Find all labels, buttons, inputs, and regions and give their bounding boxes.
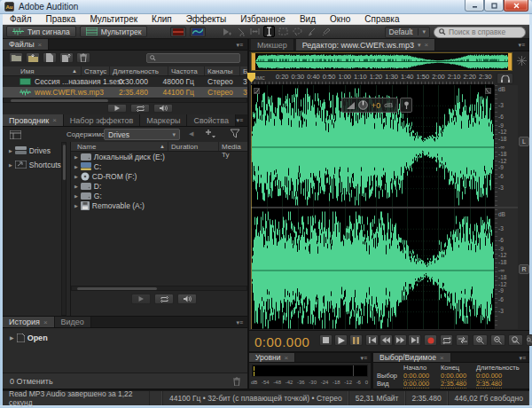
help-search-box[interactable] (434, 27, 526, 38)
panel-menu-icon[interactable]: ▾≡ (236, 117, 243, 124)
back-icon[interactable]: ◀ (189, 130, 193, 137)
tab-mixer[interactable]: Микшер (251, 39, 294, 51)
spot-healing-brush-tool[interactable] (320, 26, 332, 37)
multitrack-view-button[interactable]: Мультитрек (80, 26, 148, 37)
time-display[interactable]: 0:00.000 (254, 334, 309, 349)
column-status[interactable]: Статус (84, 67, 106, 75)
menu-item-0[interactable]: Файл (3, 14, 39, 25)
lasso-selection-tool[interactable] (292, 26, 303, 37)
zoom-selection-button[interactable] (508, 334, 523, 346)
tab-editor[interactable]: Редактор: www.CWER.ws.mp3 ▾ × (296, 39, 435, 51)
close-icon[interactable]: × (440, 354, 444, 362)
panel-menu-icon[interactable]: ▾≡ (518, 42, 525, 49)
rewind-button[interactable] (379, 334, 393, 346)
tab-selection-view[interactable]: Выбор/Видимое× (373, 353, 451, 362)
play-button[interactable] (334, 334, 348, 346)
channel-divider[interactable] (251, 207, 518, 208)
preview-play-button[interactable] (107, 104, 127, 113)
tree-vscrollbar[interactable] (61, 142, 66, 316)
tab-video[interactable]: Видео (55, 317, 91, 327)
panel-menu-icon[interactable]: ▾≡ (360, 355, 367, 362)
delete-file-button[interactable] (76, 52, 90, 63)
view-duration-value[interactable]: 2:35.480 (476, 380, 502, 388)
loop-preview-button[interactable] (130, 104, 150, 113)
disclosure-icon[interactable]: ▶ (74, 174, 78, 179)
history-entry[interactable]: ▶ Open (10, 333, 48, 342)
menu-item-6[interactable]: Вид (293, 14, 323, 25)
skip-to-end-button[interactable] (408, 334, 421, 346)
drive-row[interactable]: ▶Removable (A:) (74, 200, 145, 210)
zoom-out-button[interactable] (490, 334, 505, 346)
browser-hscrollbar[interactable] (71, 286, 247, 291)
time-selection-tool[interactable] (263, 26, 275, 37)
tab-files[interactable]: Файлы× (3, 39, 49, 50)
view-mode-icon[interactable] (10, 130, 21, 139)
tab-properties[interactable]: Свойства (187, 114, 236, 126)
file-row[interactable]: Сессия ...названия 1.sesx 0:30.000 48000… (3, 76, 247, 87)
skip-selection-button[interactable] (456, 334, 469, 346)
browser-play-button[interactable] (131, 294, 151, 304)
waveform-color-swatch[interactable] (170, 27, 186, 37)
close-icon[interactable]: × (43, 318, 48, 326)
pin-icon[interactable] (403, 101, 410, 109)
menu-item-1[interactable]: Правка (39, 14, 83, 25)
column-rate[interactable]: Частота (171, 67, 198, 75)
workspace-dropdown[interactable]: Default ▾ (385, 27, 430, 38)
panel-menu-icon[interactable]: ▾≡ (236, 42, 243, 49)
menu-item-7[interactable]: Окно (323, 14, 357, 25)
headphones-icon[interactable] (497, 73, 513, 84)
fade-out-handle[interactable] (485, 88, 491, 94)
filter-icon[interactable] (230, 129, 240, 138)
gain-knob-icon[interactable] (358, 100, 368, 110)
stop-button[interactable] (319, 334, 332, 346)
drive-row[interactable]: ▶G: (74, 191, 102, 200)
disclosure-icon[interactable]: ▶ (74, 193, 78, 199)
close-icon[interactable]: × (284, 354, 288, 362)
marquee-selection-tool[interactable] (278, 26, 289, 37)
overview-options-icon[interactable] (517, 56, 527, 66)
zoom-full-button[interactable] (526, 334, 532, 346)
overview-waveform[interactable] (255, 53, 510, 70)
tab-browser[interactable]: Проводник× (3, 114, 64, 126)
loop-playback-button[interactable] (440, 334, 453, 346)
zoom-in-button[interactable] (473, 334, 488, 346)
close-button[interactable] (504, 0, 528, 12)
close-icon[interactable]: × (52, 116, 57, 124)
minimize-button[interactable] (465, 0, 484, 12)
browser-loop-button[interactable] (154, 294, 174, 304)
paintbrush-selection-tool[interactable] (306, 26, 317, 37)
add-shortcut-icon[interactable] (205, 129, 215, 138)
left-channel-badge[interactable]: L (519, 137, 529, 146)
menu-item-8[interactable]: Справка (357, 14, 406, 25)
right-channel-badge[interactable]: R (519, 264, 529, 274)
tab-effects-rack[interactable]: Набор эффектов (64, 114, 140, 126)
view-start-value[interactable]: 0:00.000 (403, 380, 429, 388)
files-search-box[interactable] (146, 53, 240, 63)
hud-gain-value[interactable]: +0 (372, 101, 380, 110)
files-hscrollbar[interactable] (3, 98, 247, 103)
close-icon[interactable]: × (424, 41, 428, 49)
tree-item-drives[interactable]: ▶ Drives (9, 145, 51, 155)
auto-play-button[interactable] (153, 104, 173, 113)
trash-icon[interactable] (233, 377, 240, 386)
column-name[interactable]: Name (77, 143, 96, 151)
skip-to-start-button[interactable] (365, 334, 379, 346)
tab-markers[interactable]: Маркеры (140, 114, 187, 126)
browser-autoplay-button[interactable] (177, 294, 197, 304)
open-file-button[interactable] (9, 52, 23, 63)
menu-item-2[interactable]: Мультитрек (82, 14, 145, 25)
disclosure-icon[interactable]: ▶ (74, 164, 78, 169)
pause-button[interactable] (349, 334, 363, 346)
help-search-input[interactable] (449, 27, 520, 36)
column-duration[interactable]: Duration (171, 143, 198, 151)
disclosure-icon[interactable]: ▶ (74, 203, 78, 208)
disclosure-icon[interactable]: ▶ (74, 154, 78, 160)
panel-menu-icon[interactable]: ▾≡ (236, 319, 243, 326)
razor-tool[interactable] (235, 26, 246, 37)
insert-into-multitrack-button[interactable] (59, 52, 74, 63)
view-end-value[interactable]: 2:35.480 (441, 380, 466, 388)
drive-row[interactable]: ▶CD-ROM (F:) (74, 171, 137, 181)
spectral-color-swatch[interactable] (190, 27, 206, 37)
column-name[interactable]: Имя (20, 67, 35, 75)
new-file-button[interactable] (43, 52, 57, 63)
